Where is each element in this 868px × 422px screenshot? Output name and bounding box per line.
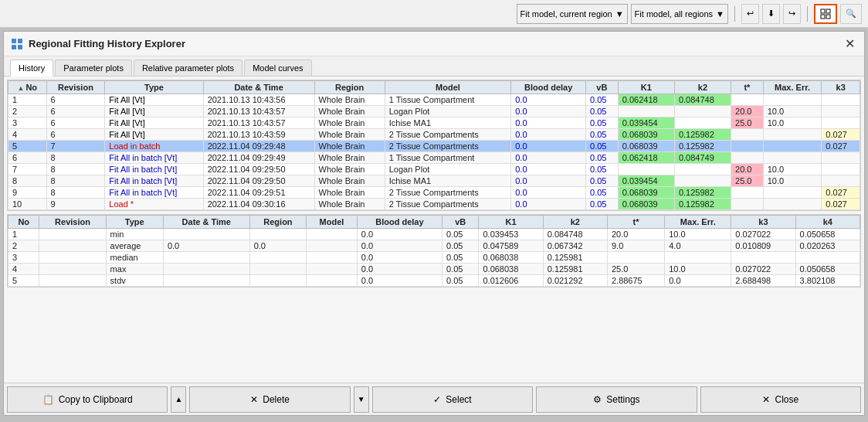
- settings-label: Settings: [606, 394, 639, 405]
- tab-relative-parameter-plots[interactable]: Relative parameter plots: [134, 60, 242, 76]
- close-button[interactable]: ✕ Close: [700, 386, 861, 413]
- col-max-err: Max. Err.: [763, 81, 822, 94]
- scol-region: Region: [249, 216, 307, 229]
- toolbar-fit-current-group: Fit model, current region ▼: [517, 4, 628, 24]
- col-vb: vB: [586, 81, 619, 94]
- table-row[interactable]: 98Fit All in batch [Vt]2022.11.04 09:29:…: [8, 187, 860, 199]
- grid-icon: [820, 9, 831, 19]
- col-revision: Revision: [46, 81, 105, 94]
- table-row[interactable]: 4max0.00.050.0680380.12598125.010.00.027…: [8, 264, 860, 275]
- toolbar-sep-1: [734, 6, 735, 22]
- col-no: ▲No: [8, 81, 47, 94]
- delete-icon: ✕: [250, 394, 258, 405]
- scol-k2: k2: [543, 216, 607, 229]
- close-label: Close: [775, 394, 798, 405]
- table-row[interactable]: 16Fit All [Vt]2021.10.13 10:43:56Whole B…: [8, 94, 860, 106]
- svg-rect-2: [821, 15, 825, 19]
- table-row[interactable]: 36Fit All [Vt]2021.10.13 10:43:57Whole B…: [8, 117, 860, 129]
- table-row[interactable]: 78Fit All in batch [Vt]2022.11.04 09:29:…: [8, 164, 860, 175]
- col-region: Region: [314, 81, 385, 94]
- stats-table: No Revision Type Date & Time Region Mode…: [8, 215, 860, 287]
- fit-current-label: Fit model, current region: [520, 9, 612, 19]
- scol-k1: K1: [479, 216, 543, 229]
- table-row[interactable]: 57Load in batch2022.11.04 09:29:48Whole …: [8, 141, 860, 152]
- history-table-wrapper[interactable]: ▲No Revision Type Date & Time Region Mod…: [7, 80, 861, 211]
- scol-datetime: Date & Time: [163, 216, 249, 229]
- svg-rect-0: [821, 9, 825, 13]
- svg-rect-5: [18, 39, 22, 43]
- tab-history[interactable]: History: [10, 60, 53, 77]
- col-datetime: Date & Time: [203, 81, 314, 94]
- tab-parameter-plots[interactable]: Parameter plots: [55, 60, 132, 76]
- scol-k4: k4: [795, 216, 860, 229]
- fit-all-arrow: ▼: [716, 9, 724, 19]
- history-table: ▲No Revision Type Date & Time Region Mod…: [8, 80, 860, 210]
- scol-max-err: Max. Err.: [665, 216, 731, 229]
- delete-label: Delete: [263, 394, 290, 405]
- svg-rect-6: [12, 45, 16, 49]
- copy-label: Copy to Clipboard: [59, 394, 133, 405]
- copy-arrow-button[interactable]: ▲: [171, 386, 186, 413]
- col-tstar: t*: [731, 81, 764, 94]
- settings-button[interactable]: ⚙ Settings: [536, 386, 697, 413]
- scol-vb: vB: [442, 216, 479, 229]
- scol-blood-delay: Blood delay: [357, 216, 442, 229]
- close-icon: ✕: [762, 394, 770, 405]
- table-row[interactable]: 68Fit All in batch [Vt]2022.11.04 09:29:…: [8, 152, 860, 164]
- copy-to-clipboard-button[interactable]: 📋 Copy to Clipboard: [7, 386, 168, 413]
- table-row[interactable]: 5stdv0.00.050.0126060.0212922.886750.02.…: [8, 275, 860, 287]
- fit-all-button[interactable]: Fit model, all regions ▼: [631, 4, 728, 24]
- history-table-header: ▲No Revision Type Date & Time Region Mod…: [8, 81, 860, 94]
- stats-table-header: No Revision Type Date & Time Region Mode…: [8, 216, 860, 229]
- history-table-body: 16Fit All [Vt]2021.10.13 10:43:56Whole B…: [8, 94, 860, 210]
- select-label: Select: [446, 394, 471, 405]
- download-button[interactable]: ⬇: [762, 4, 780, 24]
- window-title-bar: Regional Fitting History Explorer ✕: [4, 32, 864, 56]
- toolbar-sep-2: [807, 6, 808, 22]
- col-k3: k3: [822, 81, 860, 94]
- svg-rect-1: [826, 9, 830, 13]
- copy-icon: 📋: [42, 394, 54, 405]
- delete-arrow-icon: ▼: [358, 395, 365, 403]
- col-model: Model: [385, 81, 510, 94]
- fit-all-label: Fit model, all regions: [635, 9, 714, 19]
- col-type: Type: [105, 81, 203, 94]
- delete-arrow-button[interactable]: ▼: [354, 386, 369, 413]
- tab-bar: History Parameter plots Relative paramet…: [4, 56, 864, 77]
- fit-current-button[interactable]: Fit model, current region ▼: [517, 4, 628, 24]
- select-button[interactable]: ✓ Select: [372, 386, 533, 413]
- table-row[interactable]: 3median0.00.050.0680380.125981: [8, 252, 860, 264]
- select-icon: ✓: [433, 394, 441, 405]
- scol-no: No: [8, 216, 39, 229]
- svg-rect-4: [12, 39, 16, 43]
- top-toolbar: Fit model, current region ▼ Fit model, a…: [0, 0, 868, 28]
- svg-rect-3: [826, 15, 830, 19]
- scol-k3: k3: [731, 216, 795, 229]
- table-row[interactable]: 88Fit All in batch [Vt]2022.11.04 09:29:…: [8, 175, 860, 187]
- tab-model-curves[interactable]: Model curves: [244, 60, 311, 76]
- table-row[interactable]: 1min0.00.050.0394530.08474820.010.00.027…: [8, 229, 860, 240]
- scol-type: Type: [106, 216, 163, 229]
- window-title-text: Regional Fitting History Explorer: [10, 37, 185, 51]
- col-blood-delay: Blood delay: [511, 81, 586, 94]
- settings-icon: ⚙: [593, 394, 602, 405]
- scol-tstar: t*: [607, 216, 664, 229]
- undo-button[interactable]: ↩: [741, 4, 759, 24]
- window-icon: [10, 37, 24, 51]
- table-row[interactable]: 46Fit All [Vt]2021.10.13 10:43:59Whole B…: [8, 129, 860, 141]
- window-close-button[interactable]: ✕: [842, 36, 858, 51]
- stats-table-wrapper[interactable]: No Revision Type Date & Time Region Mode…: [7, 214, 861, 288]
- action-bar: 📋 Copy to Clipboard ▲ ✕ Delete ▼ ✓ Selec…: [4, 383, 864, 415]
- search-button[interactable]: 🔍: [840, 4, 862, 24]
- table-row[interactable]: 109Load *2022.11.04 09:30:16Whole Brain2…: [8, 199, 860, 210]
- col-k1: K1: [618, 81, 674, 94]
- table-row[interactable]: 26Fit All [Vt]2021.10.13 10:43:57Whole B…: [8, 106, 860, 117]
- content-area: ▲No Revision Type Date & Time Region Mod…: [4, 77, 864, 383]
- redo-button[interactable]: ↪: [783, 4, 801, 24]
- fit-current-arrow: ▼: [615, 9, 624, 19]
- table-row[interactable]: 2average0.00.00.00.050.0475890.0673429.0…: [8, 240, 860, 252]
- grid-button[interactable]: [814, 4, 837, 24]
- main-window: Regional Fitting History Explorer ✕ Hist…: [3, 31, 865, 416]
- delete-button[interactable]: ✕ Delete: [189, 386, 350, 413]
- scol-model: Model: [307, 216, 358, 229]
